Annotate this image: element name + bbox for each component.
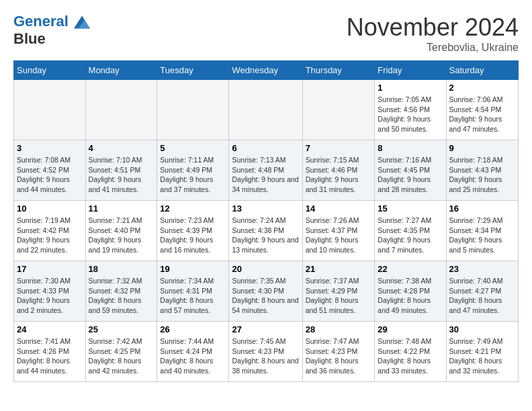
day-info: Sunrise: 7:38 AM Sunset: 4:28 PM Dayligh… bbox=[378, 276, 443, 316]
calendar-week-row: 24Sunrise: 7:41 AM Sunset: 4:26 PM Dayli… bbox=[14, 322, 519, 382]
day-info: Sunrise: 7:34 AM Sunset: 4:31 PM Dayligh… bbox=[160, 276, 226, 316]
day-info: Sunrise: 7:26 AM Sunset: 4:37 PM Dayligh… bbox=[306, 216, 372, 255]
day-info: Sunrise: 7:27 AM Sunset: 4:35 PM Dayligh… bbox=[378, 216, 443, 255]
day-number: 26 bbox=[160, 324, 226, 334]
day-number: 20 bbox=[232, 264, 299, 274]
day-number: 5 bbox=[160, 143, 226, 153]
day-number: 16 bbox=[449, 203, 515, 214]
day-info: Sunrise: 7:49 AM Sunset: 4:21 PM Dayligh… bbox=[449, 336, 515, 376]
calendar-cell: 11Sunrise: 7:21 AM Sunset: 4:40 PM Dayli… bbox=[85, 201, 157, 261]
calendar-cell: 6Sunrise: 7:13 AM Sunset: 4:48 PM Daylig… bbox=[229, 140, 302, 201]
calendar-cell: 10Sunrise: 7:19 AM Sunset: 4:42 PM Dayli… bbox=[14, 201, 86, 261]
calendar-cell: 20Sunrise: 7:35 AM Sunset: 4:30 PM Dayli… bbox=[229, 261, 302, 322]
calendar-cell: 30Sunrise: 7:49 AM Sunset: 4:21 PM Dayli… bbox=[446, 322, 518, 382]
day-info: Sunrise: 7:32 AM Sunset: 4:32 PM Dayligh… bbox=[89, 276, 154, 316]
calendar-cell bbox=[157, 80, 229, 140]
day-number: 18 bbox=[89, 264, 154, 274]
weekday-header: Monday bbox=[85, 61, 157, 80]
title-section: November 2024 Terebovlia, Ukraine bbox=[347, 13, 519, 54]
day-info: Sunrise: 7:42 AM Sunset: 4:25 PM Dayligh… bbox=[89, 336, 154, 376]
day-info: Sunrise: 7:08 AM Sunset: 4:52 PM Dayligh… bbox=[17, 155, 83, 195]
calendar-cell: 16Sunrise: 7:29 AM Sunset: 4:34 PM Dayli… bbox=[446, 201, 518, 261]
calendar-cell: 18Sunrise: 7:32 AM Sunset: 4:32 PM Dayli… bbox=[85, 261, 157, 322]
calendar-header-row: SundayMondayTuesdayWednesdayThursdayFrid… bbox=[14, 61, 519, 80]
calendar-cell: 19Sunrise: 7:34 AM Sunset: 4:31 PM Dayli… bbox=[157, 261, 229, 322]
calendar-cell: 26Sunrise: 7:44 AM Sunset: 4:24 PM Dayli… bbox=[157, 322, 229, 382]
day-number: 8 bbox=[378, 143, 443, 153]
logo-icon bbox=[74, 14, 90, 30]
day-info: Sunrise: 7:41 AM Sunset: 4:26 PM Dayligh… bbox=[17, 336, 83, 376]
calendar-cell bbox=[14, 80, 86, 140]
calendar-cell: 4Sunrise: 7:10 AM Sunset: 4:51 PM Daylig… bbox=[85, 140, 157, 201]
day-number: 19 bbox=[160, 264, 226, 274]
day-info: Sunrise: 7:06 AM Sunset: 4:54 PM Dayligh… bbox=[449, 95, 515, 134]
calendar-cell: 17Sunrise: 7:30 AM Sunset: 4:33 PM Dayli… bbox=[14, 261, 86, 322]
calendar-cell: 5Sunrise: 7:11 AM Sunset: 4:49 PM Daylig… bbox=[157, 140, 229, 201]
calendar-cell: 9Sunrise: 7:18 AM Sunset: 4:43 PM Daylig… bbox=[446, 140, 518, 201]
day-info: Sunrise: 7:15 AM Sunset: 4:46 PM Dayligh… bbox=[306, 155, 372, 195]
day-number: 29 bbox=[378, 324, 443, 334]
calendar-cell: 28Sunrise: 7:47 AM Sunset: 4:23 PM Dayli… bbox=[302, 322, 375, 382]
day-number: 17 bbox=[17, 264, 83, 274]
calendar-cell bbox=[85, 80, 157, 140]
calendar-cell bbox=[302, 80, 375, 140]
day-info: Sunrise: 7:29 AM Sunset: 4:34 PM Dayligh… bbox=[449, 216, 515, 255]
day-number: 11 bbox=[89, 203, 154, 214]
day-number: 25 bbox=[89, 324, 154, 334]
day-number: 30 bbox=[449, 324, 515, 334]
calendar-week-row: 10Sunrise: 7:19 AM Sunset: 4:42 PM Dayli… bbox=[14, 201, 519, 261]
calendar-cell: 27Sunrise: 7:45 AM Sunset: 4:23 PM Dayli… bbox=[229, 322, 302, 382]
calendar-cell: 12Sunrise: 7:23 AM Sunset: 4:39 PM Dayli… bbox=[157, 201, 229, 261]
location: Terebovlia, Ukraine bbox=[347, 42, 519, 54]
day-number: 14 bbox=[306, 203, 372, 214]
calendar-cell: 15Sunrise: 7:27 AM Sunset: 4:35 PM Dayli… bbox=[375, 201, 446, 261]
calendar-table: SundayMondayTuesdayWednesdayThursdayFrid… bbox=[13, 60, 519, 382]
day-number: 2 bbox=[449, 83, 515, 93]
day-number: 13 bbox=[232, 203, 299, 214]
weekday-header: Saturday bbox=[446, 61, 518, 80]
day-info: Sunrise: 7:48 AM Sunset: 4:22 PM Dayligh… bbox=[378, 336, 443, 376]
calendar-cell bbox=[229, 80, 302, 140]
logo: General Blue bbox=[13, 13, 90, 48]
day-info: Sunrise: 7:23 AM Sunset: 4:39 PM Dayligh… bbox=[160, 216, 226, 255]
day-number: 1 bbox=[378, 83, 443, 93]
day-number: 15 bbox=[378, 203, 443, 214]
calendar-cell: 1Sunrise: 7:05 AM Sunset: 4:56 PM Daylig… bbox=[375, 80, 446, 140]
weekday-header: Tuesday bbox=[157, 61, 229, 80]
month-title: November 2024 bbox=[347, 13, 519, 42]
day-number: 22 bbox=[378, 264, 443, 274]
page-header: General Blue November 2024 Terebovlia, U… bbox=[13, 13, 519, 54]
day-info: Sunrise: 7:37 AM Sunset: 4:29 PM Dayligh… bbox=[306, 276, 372, 316]
day-info: Sunrise: 7:47 AM Sunset: 4:23 PM Dayligh… bbox=[306, 336, 372, 376]
day-info: Sunrise: 7:10 AM Sunset: 4:51 PM Dayligh… bbox=[89, 155, 154, 195]
day-number: 28 bbox=[306, 324, 372, 334]
day-number: 7 bbox=[306, 143, 372, 153]
weekday-header: Sunday bbox=[14, 61, 86, 80]
calendar-week-row: 17Sunrise: 7:30 AM Sunset: 4:33 PM Dayli… bbox=[14, 261, 519, 322]
day-number: 21 bbox=[306, 264, 372, 274]
weekday-header: Friday bbox=[375, 61, 446, 80]
day-info: Sunrise: 7:35 AM Sunset: 4:30 PM Dayligh… bbox=[232, 276, 299, 316]
day-number: 9 bbox=[449, 143, 515, 153]
day-number: 27 bbox=[232, 324, 299, 334]
calendar-cell: 7Sunrise: 7:15 AM Sunset: 4:46 PM Daylig… bbox=[302, 140, 375, 201]
calendar-cell: 22Sunrise: 7:38 AM Sunset: 4:28 PM Dayli… bbox=[375, 261, 446, 322]
day-info: Sunrise: 7:24 AM Sunset: 4:38 PM Dayligh… bbox=[232, 216, 299, 255]
calendar-cell: 29Sunrise: 7:48 AM Sunset: 4:22 PM Dayli… bbox=[375, 322, 446, 382]
day-info: Sunrise: 7:40 AM Sunset: 4:27 PM Dayligh… bbox=[449, 276, 515, 316]
weekday-header: Thursday bbox=[302, 61, 375, 80]
calendar-cell: 13Sunrise: 7:24 AM Sunset: 4:38 PM Dayli… bbox=[229, 201, 302, 261]
day-number: 12 bbox=[160, 203, 226, 214]
calendar-cell: 2Sunrise: 7:06 AM Sunset: 4:54 PM Daylig… bbox=[446, 80, 518, 140]
weekday-header: Wednesday bbox=[229, 61, 302, 80]
day-info: Sunrise: 7:16 AM Sunset: 4:45 PM Dayligh… bbox=[378, 155, 443, 195]
calendar-cell: 14Sunrise: 7:26 AM Sunset: 4:37 PM Dayli… bbox=[302, 201, 375, 261]
calendar-week-row: 3Sunrise: 7:08 AM Sunset: 4:52 PM Daylig… bbox=[14, 140, 519, 201]
calendar-cell: 21Sunrise: 7:37 AM Sunset: 4:29 PM Dayli… bbox=[302, 261, 375, 322]
day-number: 4 bbox=[89, 143, 154, 153]
day-info: Sunrise: 7:18 AM Sunset: 4:43 PM Dayligh… bbox=[449, 155, 515, 195]
calendar-cell: 24Sunrise: 7:41 AM Sunset: 4:26 PM Dayli… bbox=[14, 322, 86, 382]
day-info: Sunrise: 7:11 AM Sunset: 4:49 PM Dayligh… bbox=[160, 155, 226, 195]
day-number: 23 bbox=[449, 264, 515, 274]
day-info: Sunrise: 7:30 AM Sunset: 4:33 PM Dayligh… bbox=[17, 276, 83, 316]
